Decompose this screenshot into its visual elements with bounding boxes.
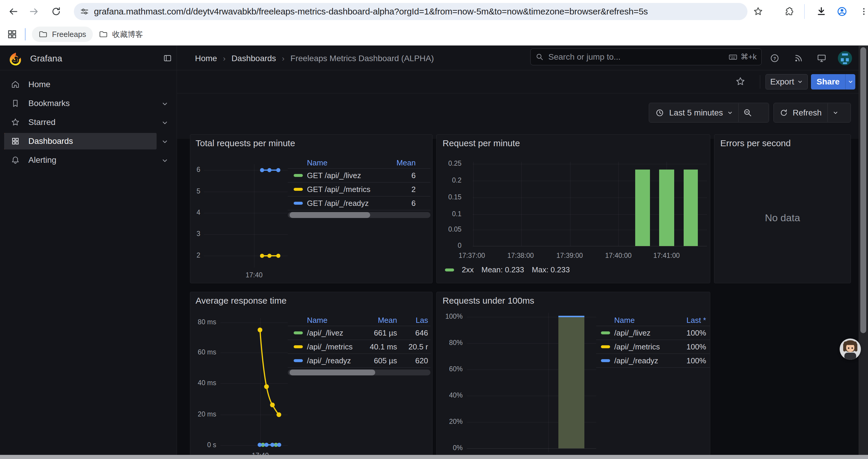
y-tick: 60 ms bbox=[190, 348, 216, 356]
legend-scrollbar[interactable] bbox=[288, 369, 430, 375]
reload-icon[interactable] bbox=[51, 6, 61, 17]
panel-title[interactable]: Requests under 100ms bbox=[442, 296, 534, 306]
legend-row[interactable]: GET /api/_/readyz 6 bbox=[288, 196, 430, 210]
export-button[interactable]: Export bbox=[766, 74, 808, 90]
col-name[interactable]: Name bbox=[307, 316, 363, 325]
legend-series: 2xx bbox=[462, 265, 473, 274]
horizontal-scrollbar[interactable] bbox=[0, 455, 868, 459]
legend-row[interactable]: /api/_/metrics 100% bbox=[596, 340, 710, 354]
chevron-down-icon[interactable] bbox=[161, 138, 168, 145]
chevron-down-icon[interactable] bbox=[161, 157, 168, 164]
series-swatch bbox=[294, 174, 303, 177]
breadcrumb-separator: › bbox=[223, 54, 226, 63]
avatar-eye bbox=[851, 347, 853, 349]
legend[interactable]: 2xx Mean: 0.233 Max: 0.233 bbox=[445, 265, 578, 274]
sidebar-item-dashboards[interactable]: Dashboards bbox=[4, 133, 157, 150]
search-icon bbox=[535, 53, 544, 61]
chevron-down-icon[interactable] bbox=[161, 100, 168, 107]
col-name[interactable]: Name bbox=[307, 158, 383, 167]
col-last[interactable]: Las bbox=[397, 316, 428, 325]
panel-title[interactable]: Total requests per minute bbox=[195, 138, 295, 148]
bookmark-folder-freeleaps[interactable]: Freeleaps bbox=[32, 27, 93, 42]
sidebar-item-starred[interactable]: Starred bbox=[4, 114, 157, 131]
y-tick: 40% bbox=[437, 391, 463, 399]
sidebar-collapse-icon[interactable] bbox=[163, 54, 172, 63]
favorite-star-icon[interactable] bbox=[735, 76, 746, 87]
col-mean[interactable]: Mean bbox=[383, 158, 416, 167]
panel-title[interactable]: Errors per second bbox=[720, 138, 790, 148]
col-last[interactable]: Last * bbox=[674, 316, 706, 325]
brand-title[interactable]: Grafana bbox=[30, 54, 62, 64]
share-dropdown[interactable] bbox=[845, 74, 855, 90]
refresh-label[interactable]: Refresh bbox=[793, 108, 822, 118]
home-icon bbox=[11, 80, 20, 89]
news-rss-icon[interactable] bbox=[794, 53, 804, 63]
bar-under-100ms bbox=[558, 317, 584, 448]
legend-table: Name Mean GET /api/_/livez 6 GET /api/_/… bbox=[288, 157, 430, 218]
url-text[interactable]: grafana.mathmast.com/d/deytv4rwavabkb/fr… bbox=[94, 6, 648, 17]
bookmark-star-icon[interactable] bbox=[753, 6, 764, 17]
share-label[interactable]: Share bbox=[811, 74, 845, 90]
panel-title[interactable]: Average response time bbox=[195, 296, 286, 306]
series-swatch bbox=[294, 359, 303, 362]
zoom-out-icon[interactable] bbox=[743, 108, 753, 118]
series-swatch bbox=[601, 345, 610, 348]
panel-under-100ms[interactable]: Requests under 100ms 100% 80% 60% 40% 20… bbox=[436, 292, 710, 455]
legend-row[interactable]: /api/_/livez 100% bbox=[596, 326, 710, 340]
line-chart bbox=[220, 318, 288, 450]
forward-icon[interactable] bbox=[29, 6, 39, 17]
bookmark-folder-blogs[interactable]: 收藏博客 bbox=[92, 27, 150, 42]
panel-errors-per-second[interactable]: Errors per second No data bbox=[714, 134, 851, 283]
menu-kebab-icon[interactable] bbox=[859, 6, 868, 17]
bookmark-icon bbox=[11, 99, 20, 108]
panel-title[interactable]: Request per minute bbox=[442, 138, 520, 148]
user-avatar[interactable] bbox=[838, 51, 852, 65]
subtoolbar-divider bbox=[177, 93, 868, 93]
share-button[interactable]: Share bbox=[811, 74, 855, 90]
legend-row[interactable]: /api/_/readyz 100% bbox=[596, 354, 710, 367]
panel-total-requests[interactable]: Total requests per minute 6 5 4 3 2 17:4… bbox=[190, 134, 433, 283]
site-settings-icon[interactable] bbox=[80, 7, 89, 15]
monitor-icon[interactable] bbox=[816, 53, 827, 63]
bar-top-line bbox=[558, 316, 584, 317]
legend-row[interactable]: /api/_/livez 661 µs 646 bbox=[288, 326, 430, 340]
legend-header: Name Mean bbox=[288, 157, 430, 168]
extensions-icon[interactable] bbox=[783, 6, 794, 17]
apps-grid-icon[interactable] bbox=[7, 29, 18, 40]
legend-row[interactable]: GET /api/_/livez 6 bbox=[288, 168, 430, 182]
legend-row[interactable]: GET /api/_/metrics 2 bbox=[288, 182, 430, 196]
breadcrumb-dashboards[interactable]: Dashboards bbox=[231, 54, 276, 63]
help-icon[interactable]: ? bbox=[770, 53, 780, 63]
profile-icon[interactable] bbox=[837, 6, 847, 17]
time-range-label[interactable]: Last 5 minutes bbox=[669, 108, 723, 118]
legend-scrollbar[interactable] bbox=[288, 212, 430, 218]
chevron-down-icon[interactable] bbox=[727, 110, 733, 116]
sidebar-item-alerting[interactable]: Alerting bbox=[4, 152, 157, 168]
chevron-down-icon[interactable] bbox=[161, 119, 168, 126]
back-icon[interactable] bbox=[8, 6, 19, 17]
sidebar-item-bookmarks[interactable]: Bookmarks bbox=[4, 95, 157, 112]
panel-avg-response-time[interactable]: Average response time 80 ms 60 ms 40 ms … bbox=[190, 292, 433, 455]
col-mean[interactable]: Mean bbox=[363, 316, 397, 325]
legend-row[interactable]: /api/_/metrics 40.1 ms 20.5 r bbox=[288, 340, 430, 354]
legend-row[interactable]: /api/_/readyz 605 µs 620 bbox=[288, 354, 430, 367]
group-divider bbox=[738, 103, 739, 122]
series-swatch bbox=[294, 331, 303, 334]
floating-avatar[interactable] bbox=[840, 338, 861, 360]
series-swatch bbox=[601, 359, 610, 362]
chevron-down-icon[interactable] bbox=[833, 110, 838, 116]
panel-request-per-minute[interactable]: Request per minute 0.25 0.2 0.15 0.1 0.0… bbox=[436, 134, 710, 283]
y-tick: 0.2 bbox=[437, 176, 462, 184]
breadcrumb-home[interactable]: Home bbox=[195, 54, 217, 63]
toolbar-divider bbox=[760, 75, 760, 89]
y-tick: 100% bbox=[437, 313, 463, 321]
sidebar-item-home[interactable]: Home bbox=[4, 76, 157, 93]
search-input[interactable]: Search or jump to... ⌘+k bbox=[530, 48, 762, 65]
y-tick: 5 bbox=[190, 187, 200, 195]
bookmark-label: Freeleaps bbox=[52, 30, 86, 39]
y-tick: 0% bbox=[437, 444, 463, 452]
download-icon[interactable] bbox=[816, 6, 827, 17]
vertical-scrollbar-thumb[interactable] bbox=[860, 47, 866, 333]
address-bar[interactable]: grafana.mathmast.com/d/deytv4rwavabkb/fr… bbox=[74, 3, 747, 20]
col-name[interactable]: Name bbox=[614, 316, 674, 325]
